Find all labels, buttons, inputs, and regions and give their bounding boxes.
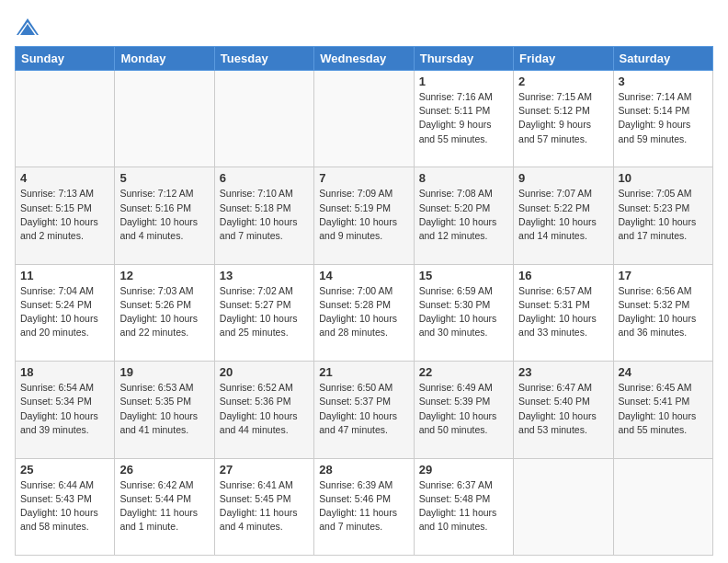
calendar-header-row: SundayMondayTuesdayWednesdayThursdayFrid…	[16, 47, 713, 71]
day-info: Sunrise: 7:02 AM Sunset: 5:27 PM Dayligh…	[220, 284, 309, 340]
day-info: Sunrise: 6:37 AM Sunset: 5:48 PM Dayligh…	[419, 478, 508, 534]
day-number: 5	[119, 171, 209, 185]
day-number: 13	[220, 269, 309, 282]
day-number: 9	[518, 171, 608, 185]
calendar-cell: 19Sunrise: 6:53 AM Sunset: 5:35 PM Dayli…	[115, 362, 214, 458]
calendar-cell: 9Sunrise: 7:07 AM Sunset: 5:22 PM Daylig…	[514, 167, 613, 264]
calendar-cell: 5Sunrise: 7:12 AM Sunset: 5:16 PM Daylig…	[115, 167, 214, 264]
calendar-cell: 24Sunrise: 6:45 AM Sunset: 5:41 PM Dayli…	[613, 362, 712, 458]
day-number: 28	[319, 463, 408, 477]
day-number: 1	[419, 75, 508, 88]
day-info: Sunrise: 6:47 AM Sunset: 5:40 PM Dayligh…	[518, 381, 608, 437]
calendar-header-wednesday: Wednesday	[314, 47, 414, 71]
day-number: 17	[619, 269, 708, 282]
day-info: Sunrise: 6:44 AM Sunset: 5:43 PM Dayligh…	[20, 478, 109, 534]
calendar-cell: 17Sunrise: 6:56 AM Sunset: 5:32 PM Dayli…	[613, 264, 712, 361]
calendar-cell: 12Sunrise: 7:03 AM Sunset: 5:26 PM Dayli…	[115, 264, 214, 361]
day-info: Sunrise: 6:57 AM Sunset: 5:31 PM Dayligh…	[518, 284, 608, 340]
calendar-header-sunday: Sunday	[16, 47, 115, 71]
calendar-cell: 10Sunrise: 7:05 AM Sunset: 5:23 PM Dayli…	[613, 167, 712, 264]
calendar-header-friday: Friday	[514, 47, 613, 71]
day-number: 19	[119, 365, 209, 379]
calendar-header-thursday: Thursday	[414, 47, 513, 71]
day-info: Sunrise: 7:08 AM Sunset: 5:20 PM Dayligh…	[419, 187, 508, 243]
day-number: 10	[619, 171, 708, 185]
day-info: Sunrise: 6:42 AM Sunset: 5:44 PM Dayligh…	[119, 478, 209, 534]
day-number: 24	[619, 365, 708, 379]
day-info: Sunrise: 7:12 AM Sunset: 5:16 PM Dayligh…	[119, 187, 209, 243]
day-number: 27	[220, 463, 309, 477]
calendar-cell: 3Sunrise: 7:14 AM Sunset: 5:14 PM Daylig…	[613, 71, 712, 167]
day-info: Sunrise: 7:16 AM Sunset: 5:11 PM Dayligh…	[419, 90, 508, 146]
calendar-cell: 11Sunrise: 7:04 AM Sunset: 5:24 PM Dayli…	[16, 264, 115, 361]
day-number: 20	[220, 365, 309, 379]
day-info: Sunrise: 6:52 AM Sunset: 5:36 PM Dayligh…	[220, 381, 309, 437]
calendar-cell: 18Sunrise: 6:54 AM Sunset: 5:34 PM Dayli…	[16, 362, 115, 458]
calendar-header-tuesday: Tuesday	[214, 47, 313, 71]
day-number: 16	[518, 269, 608, 282]
calendar-header-saturday: Saturday	[613, 47, 712, 71]
calendar-cell: 4Sunrise: 7:13 AM Sunset: 5:15 PM Daylig…	[16, 167, 115, 264]
day-number: 7	[319, 171, 408, 185]
calendar-cell	[314, 71, 414, 167]
day-info: Sunrise: 7:03 AM Sunset: 5:26 PM Dayligh…	[119, 284, 209, 340]
day-number: 18	[20, 365, 109, 379]
day-number: 22	[419, 365, 508, 379]
day-info: Sunrise: 6:53 AM Sunset: 5:35 PM Dayligh…	[119, 381, 209, 437]
day-number: 26	[119, 463, 209, 477]
calendar-cell: 7Sunrise: 7:09 AM Sunset: 5:19 PM Daylig…	[314, 167, 414, 264]
day-info: Sunrise: 6:56 AM Sunset: 5:32 PM Dayligh…	[619, 284, 708, 340]
calendar-cell: 14Sunrise: 7:00 AM Sunset: 5:28 PM Dayli…	[314, 264, 414, 361]
page: SundayMondayTuesdayWednesdayThursdayFrid…	[0, 0, 728, 563]
calendar-cell: 15Sunrise: 6:59 AM Sunset: 5:30 PM Dayli…	[414, 264, 513, 361]
day-number: 25	[20, 463, 109, 477]
day-info: Sunrise: 7:04 AM Sunset: 5:24 PM Dayligh…	[20, 284, 109, 340]
calendar-cell: 23Sunrise: 6:47 AM Sunset: 5:40 PM Dayli…	[514, 362, 613, 458]
calendar-header-monday: Monday	[115, 47, 214, 71]
day-info: Sunrise: 7:07 AM Sunset: 5:22 PM Dayligh…	[518, 187, 608, 243]
calendar-cell: 28Sunrise: 6:39 AM Sunset: 5:46 PM Dayli…	[314, 458, 414, 555]
day-info: Sunrise: 7:10 AM Sunset: 5:18 PM Dayligh…	[220, 187, 309, 243]
calendar-cell	[613, 458, 712, 555]
day-number: 3	[619, 75, 708, 88]
day-info: Sunrise: 6:59 AM Sunset: 5:30 PM Dayligh…	[419, 284, 508, 340]
calendar-week-5: 25Sunrise: 6:44 AM Sunset: 5:43 PM Dayli…	[16, 458, 713, 555]
calendar-cell: 6Sunrise: 7:10 AM Sunset: 5:18 PM Daylig…	[214, 167, 313, 264]
calendar-cell: 2Sunrise: 7:15 AM Sunset: 5:12 PM Daylig…	[514, 71, 613, 167]
day-info: Sunrise: 7:09 AM Sunset: 5:19 PM Dayligh…	[319, 187, 408, 243]
calendar-cell: 27Sunrise: 6:41 AM Sunset: 5:45 PM Dayli…	[214, 458, 313, 555]
calendar-cell: 20Sunrise: 6:52 AM Sunset: 5:36 PM Dayli…	[214, 362, 313, 458]
day-number: 2	[518, 75, 608, 88]
day-info: Sunrise: 6:39 AM Sunset: 5:46 PM Dayligh…	[319, 478, 408, 534]
day-info: Sunrise: 6:50 AM Sunset: 5:37 PM Dayligh…	[319, 381, 408, 437]
header	[15, 11, 713, 40]
logo	[15, 15, 44, 40]
calendar-cell: 13Sunrise: 7:02 AM Sunset: 5:27 PM Dayli…	[214, 264, 313, 361]
calendar-cell	[115, 71, 214, 167]
day-number: 21	[319, 365, 408, 379]
logo-icon	[15, 15, 40, 40]
day-info: Sunrise: 6:45 AM Sunset: 5:41 PM Dayligh…	[619, 381, 708, 437]
day-info: Sunrise: 6:54 AM Sunset: 5:34 PM Dayligh…	[20, 381, 109, 437]
day-number: 14	[319, 269, 408, 282]
calendar-week-3: 11Sunrise: 7:04 AM Sunset: 5:24 PM Dayli…	[16, 264, 713, 361]
day-info: Sunrise: 6:41 AM Sunset: 5:45 PM Dayligh…	[220, 478, 309, 534]
day-number: 6	[220, 171, 309, 185]
calendar-cell: 8Sunrise: 7:08 AM Sunset: 5:20 PM Daylig…	[414, 167, 513, 264]
day-info: Sunrise: 7:15 AM Sunset: 5:12 PM Dayligh…	[518, 90, 608, 146]
calendar-cell: 26Sunrise: 6:42 AM Sunset: 5:44 PM Dayli…	[115, 458, 214, 555]
calendar-cell	[514, 458, 613, 555]
day-number: 23	[518, 365, 608, 379]
day-info: Sunrise: 7:14 AM Sunset: 5:14 PM Dayligh…	[619, 90, 708, 146]
day-info: Sunrise: 7:05 AM Sunset: 5:23 PM Dayligh…	[619, 187, 708, 243]
day-number: 12	[119, 269, 209, 282]
day-number: 4	[20, 171, 109, 185]
calendar-cell	[214, 71, 313, 167]
calendar-table: SundayMondayTuesdayWednesdayThursdayFrid…	[15, 46, 713, 556]
calendar-cell: 25Sunrise: 6:44 AM Sunset: 5:43 PM Dayli…	[16, 458, 115, 555]
day-number: 11	[20, 269, 109, 282]
calendar-cell: 22Sunrise: 6:49 AM Sunset: 5:39 PM Dayli…	[414, 362, 513, 458]
day-info: Sunrise: 6:49 AM Sunset: 5:39 PM Dayligh…	[419, 381, 508, 437]
calendar-week-1: 1Sunrise: 7:16 AM Sunset: 5:11 PM Daylig…	[16, 71, 713, 167]
calendar-cell: 29Sunrise: 6:37 AM Sunset: 5:48 PM Dayli…	[414, 458, 513, 555]
